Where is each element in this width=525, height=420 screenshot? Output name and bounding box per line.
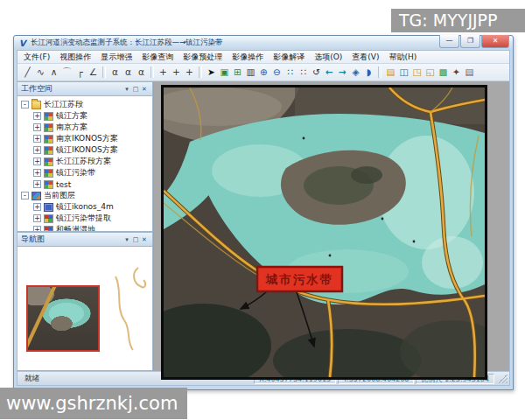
image-layer-button[interactable]: ▩	[437, 66, 450, 79]
panel-close-button[interactable]: ✕	[140, 85, 149, 94]
tree-item[interactable]: + 镇江ikonos_4m	[21, 201, 152, 213]
minimize-button[interactable]: —	[439, 35, 459, 48]
menu-item[interactable]: 显示增强	[101, 52, 132, 63]
select-arrow-tool[interactable]: ➤	[205, 66, 218, 79]
resize-grip[interactable]	[498, 374, 508, 383]
menu-item[interactable]: 帮助(H)	[389, 52, 417, 63]
menu-item[interactable]: 视图操作	[60, 52, 91, 63]
full-extent-tool[interactable]: ⊞	[231, 66, 244, 79]
line-tool[interactable]: ╱	[21, 66, 34, 79]
back-tool[interactable]: ←	[323, 66, 336, 79]
tree-item[interactable]: + 镇江IKONOS方案	[21, 144, 152, 156]
tree-item[interactable]: + 镇江污染带	[21, 167, 152, 178]
curve-tool[interactable]: ∿	[34, 66, 47, 79]
close-button[interactable]: ✕	[481, 35, 509, 48]
menu-item[interactable]: 影像预处理	[183, 52, 222, 63]
crosshair-tool-2[interactable]: +	[170, 66, 183, 79]
tree-expander[interactable]: +	[33, 158, 41, 165]
export-raster-button[interactable]: ◱	[424, 66, 437, 79]
rectangle-tool[interactable]: ┌	[74, 66, 87, 79]
polygon-tool[interactable]: ∧	[47, 66, 60, 79]
menu-item[interactable]: 影像解译	[273, 52, 304, 63]
toolbar: ╱ ∿ ∧ ⌒ ┌ ∠ α α α +	[18, 64, 509, 81]
panel-pin-button[interactable]: □	[131, 85, 140, 94]
workspace-tree-container: - 长江江苏段 + 镇江方案	[18, 96, 153, 232]
maximize-button[interactable]: ❐	[460, 35, 480, 48]
map-document-area[interactable]: 城市污水带	[154, 81, 509, 371]
tree-item[interactable]: + 南京IKONOS方案	[21, 133, 152, 144]
menu-item[interactable]: 查看(V)	[352, 52, 379, 63]
tree-item-icon	[32, 192, 41, 200]
tree-item-label: 镇江ikonos_4m	[56, 201, 114, 213]
tree-item-label: 镇江污染带提取	[56, 213, 111, 224]
export-vector-button[interactable]: ◳	[410, 66, 424, 79]
forward-tool[interactable]: →	[336, 66, 349, 79]
menu-item[interactable]: 影像操作	[232, 52, 263, 63]
settings-button[interactable]: ✦	[450, 66, 463, 79]
tree-expander[interactable]: +	[33, 146, 41, 154]
fit-window-tool[interactable]: ▣	[218, 66, 231, 79]
open-file-button[interactable]: ▤	[384, 66, 397, 79]
app-logo-icon: V	[18, 38, 27, 48]
menu-item[interactable]: 选项(O)	[314, 52, 342, 63]
map-frame: 城市污水带	[161, 85, 487, 380]
tree-item-icon	[44, 226, 53, 233]
tree-expander[interactable]: -	[21, 101, 29, 108]
crosshair-tool-3[interactable]: +	[183, 66, 196, 79]
zoom-out-tool[interactable]: ⊖	[270, 66, 284, 79]
tree-expander[interactable]: +	[33, 180, 41, 188]
panel-menu-button[interactable]: ▾	[122, 85, 131, 94]
tree-item-icon	[44, 158, 53, 166]
tree-expander[interactable]: +	[33, 214, 41, 222]
tree-item-label: 和畅洲湿地	[56, 224, 95, 232]
one-to-one-tool[interactable]: ▥	[244, 66, 257, 79]
nav-extent-thumbnail[interactable]	[26, 285, 100, 352]
tree-expander[interactable]: +	[33, 123, 41, 131]
tree-item[interactable]: - 长江江苏段	[21, 99, 152, 110]
toolbar-separator	[378, 66, 382, 78]
tree-expander[interactable]: -	[21, 192, 29, 200]
panel-pin-button[interactable]: □	[131, 235, 140, 244]
pixel-grid-tool-1[interactable]: ∷	[284, 66, 297, 79]
angle-tool[interactable]: ∠	[87, 66, 100, 79]
panel-close-button[interactable]: ✕	[140, 235, 149, 244]
pixel-grid-tool-2[interactable]: ∷	[297, 66, 310, 79]
satellite-map[interactable]: 城市污水带	[164, 88, 485, 377]
tree-item-label: 镇江污染带	[56, 167, 95, 178]
save-button[interactable]: ◫	[397, 66, 410, 79]
alpha-tool-3[interactable]: α	[135, 66, 148, 79]
navigation-panel-buttons: ▾ □ ✕	[122, 235, 149, 244]
zoom-in-tool[interactable]: ⊕	[257, 66, 270, 79]
tree-item[interactable]: + 镇江方案	[21, 110, 152, 122]
title-bar[interactable]: V 长江河道演变动态监测子系统：长江江苏段—→镇江污染带 — ❐ ✕	[14, 36, 513, 50]
tree-expander[interactable]: +	[33, 112, 41, 120]
window-title: 长江河道演变动态监测子系统：长江江苏段—→镇江污染带	[31, 38, 439, 48]
alpha-tool-1[interactable]: α	[108, 66, 122, 79]
tree-item[interactable]: - 当前图层	[21, 190, 152, 201]
tree-item[interactable]: + test	[21, 178, 152, 190]
tree-item-label: 长江江苏段	[44, 99, 83, 110]
tree-item-icon	[44, 180, 53, 189]
print-button[interactable]: ▤	[463, 66, 476, 79]
arc-tool[interactable]: ⌒	[60, 66, 74, 79]
pan-global-tool[interactable]: ◈	[349, 66, 362, 79]
tree-item[interactable]: + 长江江苏段方案	[21, 156, 152, 167]
navigation-panel-title: 导航图	[21, 234, 122, 245]
tree-expander[interactable]: +	[33, 203, 41, 211]
tree-expander[interactable]: +	[33, 169, 41, 177]
alpha-tool-2[interactable]: α	[122, 66, 135, 79]
pan-tool[interactable]: ◗	[362, 66, 375, 79]
tree-item-icon	[44, 123, 53, 132]
refresh-tool[interactable]: ↺	[310, 66, 323, 79]
tree-expander[interactable]: +	[33, 135, 41, 143]
tree-item[interactable]: + 和畅洲湿地	[21, 224, 152, 232]
crosshair-tool-1[interactable]: +	[157, 66, 170, 79]
panel-menu-button[interactable]: ▾	[122, 235, 131, 244]
tree-item[interactable]: + 南京方案	[21, 122, 152, 133]
window-body: 文件(F) 视图操作 显示增强 影像查询 影像预处理 影像操作 影像解译 选项(…	[17, 50, 510, 386]
menu-item[interactable]: 影像查询	[142, 52, 173, 63]
menu-item[interactable]: 文件(F)	[24, 52, 50, 63]
tree-item-icon	[44, 203, 53, 212]
tree-item[interactable]: + 镇江污染带提取	[21, 213, 152, 224]
tree-expander[interactable]: +	[33, 226, 41, 232]
